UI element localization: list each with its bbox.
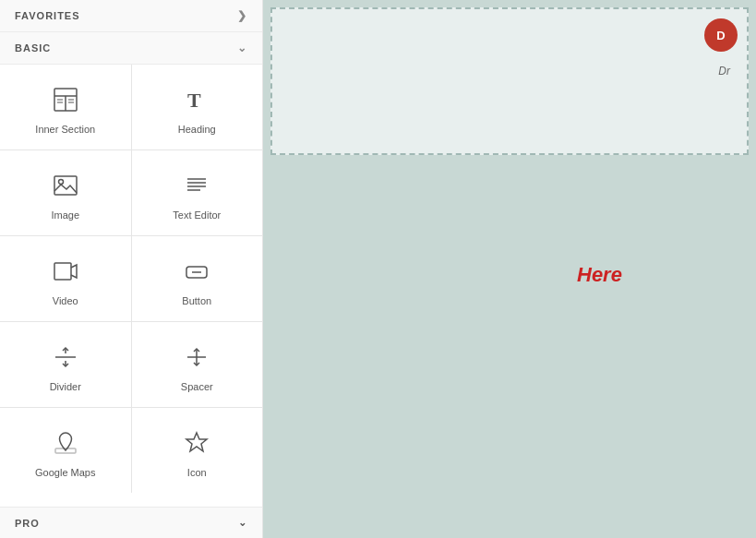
image-icon: [49, 169, 82, 202]
widget-spacer[interactable]: Spacer: [132, 322, 263, 407]
svg-text:T: T: [187, 89, 201, 112]
video-icon: [49, 255, 82, 288]
favorites-chevron-icon: ❯: [237, 9, 247, 22]
widget-spacer-label: Spacer: [181, 381, 213, 392]
svg-marker-23: [186, 433, 207, 451]
widget-google-maps[interactable]: Google Maps: [0, 408, 131, 493]
google-maps-icon: [49, 426, 82, 460]
basic-section-header[interactable]: BASIC ⌄: [0, 32, 262, 65]
spacer-icon: [180, 341, 213, 374]
widget-heading[interactable]: T Heading: [132, 65, 263, 149]
basic-label: BASIC: [15, 42, 51, 54]
avatar-initials: D: [716, 29, 725, 42]
canvas-header-section: D Dr: [270, 7, 749, 155]
text-editor-icon: [180, 169, 213, 202]
widget-divider-label: Divider: [50, 381, 81, 392]
svg-point-21: [63, 436, 68, 442]
heading-icon: T: [180, 83, 213, 116]
canvas-area: D Dr Here: [263, 0, 756, 538]
svg-rect-14: [54, 263, 71, 280]
widget-inner-section-label: Inner Section: [35, 124, 95, 135]
canvas-avatar-label: Dr: [718, 65, 730, 78]
widget-button[interactable]: Button: [132, 236, 263, 321]
favorites-section-header[interactable]: FAVORITES ❯: [0, 0, 262, 32]
widget-button-label: Button: [182, 295, 211, 306]
widget-inner-section[interactable]: Inner Section: [0, 65, 131, 149]
widget-image-label: Image: [51, 209, 79, 221]
icon-icon: [180, 426, 213, 460]
widget-google-maps-label: Google Maps: [35, 467, 95, 478]
widget-divider[interactable]: Divider: [0, 322, 131, 407]
svg-rect-8: [54, 176, 77, 195]
widget-heading-label: Heading: [178, 124, 216, 135]
basic-chevron-icon: ⌄: [237, 42, 247, 54]
widgets-grid: Inner Section T Heading Image: [0, 65, 262, 493]
pro-section-header[interactable]: PRO ⌄: [0, 507, 262, 538]
avatar: D: [704, 18, 738, 52]
widget-panel: FAVORITES ❯ BASIC ⌄ Inner Secti: [0, 0, 263, 538]
pro-label: PRO: [15, 518, 40, 529]
widget-video-label: Video: [53, 295, 78, 306]
inner-section-icon: [49, 83, 82, 116]
divider-icon: [49, 341, 82, 374]
widget-text-editor[interactable]: Text Editor: [132, 150, 263, 235]
button-icon: [180, 255, 213, 288]
canvas-main: [270, 155, 749, 531]
widget-icon-label: Icon: [187, 467, 207, 478]
pro-chevron-icon: ⌄: [238, 517, 247, 529]
widget-icon[interactable]: Icon: [132, 408, 263, 493]
widget-text-editor-label: Text Editor: [173, 209, 221, 221]
svg-point-9: [58, 180, 63, 185]
widget-video[interactable]: Video: [0, 236, 131, 321]
widget-image[interactable]: Image: [0, 150, 131, 235]
favorites-label: FAVORITES: [15, 10, 80, 21]
